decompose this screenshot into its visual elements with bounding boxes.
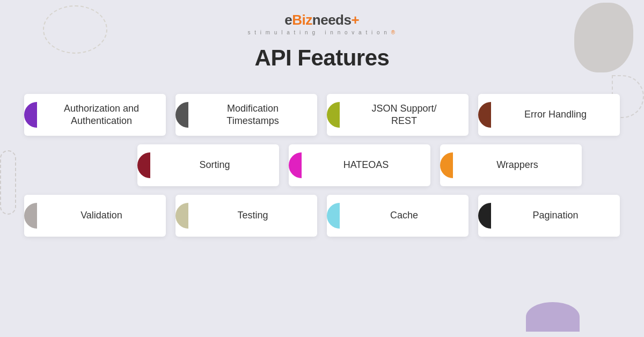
row-1: Authorization and Authentication Modific… [16,94,628,136]
card-tab-hateoas [289,144,302,186]
tab-accent [327,102,340,128]
card-json[interactable]: JSON Support/ REST [327,94,469,136]
card-label-hateoas: HATEOAS [302,159,430,171]
card-pagination[interactable]: Pagination [478,195,620,237]
logo-plus-icon: + [351,12,359,28]
card-tab-sorting [137,144,150,186]
card-error[interactable]: Error Handling [478,94,620,136]
row-3: Validation Testing Cache Pagination [16,195,628,237]
deco-bottom-right [526,302,580,332]
tab-accent [478,102,491,128]
card-label-sorting: Sorting [150,159,279,171]
card-tab-error [478,94,491,136]
card-testing[interactable]: Testing [175,195,317,237]
tab-accent [137,152,150,178]
card-label-json: JSON Support/ REST [340,102,469,128]
card-tab-cache [327,195,340,237]
card-label-auth: Authorization and Authentication [37,102,166,128]
card-auth[interactable]: Authorization and Authentication [24,94,166,136]
tab-accent [24,203,37,229]
card-sorting[interactable]: Sorting [137,144,279,186]
tab-accent [175,102,188,128]
card-label-validation: Validation [37,209,166,222]
card-tab-json [327,94,340,136]
card-tab-validation [24,195,37,237]
card-timestamps[interactable]: Modification Timestamps [175,94,317,136]
card-label-pagination: Pagination [491,209,620,222]
card-wrappers[interactable]: Wrappers [440,144,582,186]
logo-tagline: s t i m u l a t i n g i n n o v a t i o … [247,30,396,35]
card-cache[interactable]: Cache [327,195,469,237]
row-2: Sorting HATEOAS Wrappers [16,144,628,186]
card-tab-wrappers [440,144,453,186]
tab-accent [478,203,491,229]
tab-accent [327,203,340,229]
card-tab-timestamps [175,94,188,136]
cards-grid: Authorization and Authentication Modific… [16,83,628,245]
deco-top-left [43,5,107,54]
card-label-wrappers: Wrappers [453,159,582,171]
tab-accent [175,203,188,229]
page-title: API Features [0,45,644,71]
card-tab-auth [24,94,37,136]
card-label-error: Error Handling [491,108,620,121]
card-label-timestamps: Modification Timestamps [188,102,317,128]
card-hateoas[interactable]: HATEOAS [289,144,430,186]
tab-accent [24,102,37,128]
deco-top-right [574,3,633,72]
tab-accent [289,152,302,178]
card-tab-pagination [478,195,491,237]
tab-accent [440,152,453,178]
card-validation[interactable]: Validation [24,195,166,237]
deco-left [0,150,16,215]
card-tab-testing [175,195,188,237]
card-label-testing: Testing [188,209,317,222]
logo-text: eBizneeds [284,12,351,28]
card-label-cache: Cache [340,209,469,222]
logo: eBizneeds + [284,12,359,28]
